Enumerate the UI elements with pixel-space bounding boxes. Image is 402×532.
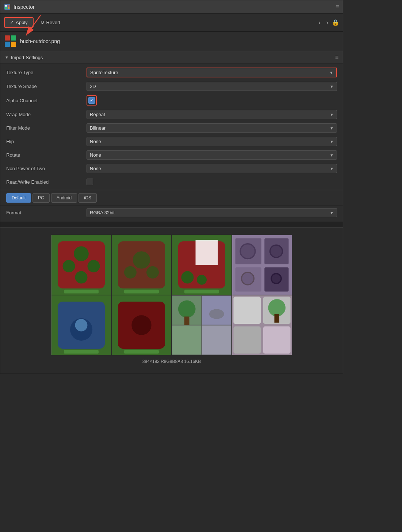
svg-rect-48 [202, 325, 232, 355]
flip-value: None [90, 139, 101, 144]
svg-point-57 [268, 299, 286, 317]
non-power-of-two-arrow-icon: ▼ [330, 167, 334, 171]
sprite-cell-4 [232, 235, 292, 295]
svg-rect-39 [64, 350, 99, 353]
filter-mode-dropdown[interactable]: Bilinear ▼ [87, 123, 337, 133]
sprite-preview-grid [51, 235, 292, 355]
svg-point-34 [271, 273, 281, 283]
file-name: buch-outdoor.png [20, 38, 60, 44]
tab-pc[interactable]: PC [32, 193, 50, 203]
texture-shape-dropdown[interactable]: 2D ▼ [87, 82, 337, 91]
non-power-of-two-label: Non Power of Two [6, 166, 87, 171]
wrap-mode-label: Wrap Mode [6, 112, 87, 117]
section-collapse-arrow[interactable]: ▼ [5, 55, 9, 60]
svg-point-38 [75, 319, 88, 332]
rotate-dropdown[interactable]: None ▼ [87, 150, 337, 160]
lock-icon[interactable]: 🔒 [332, 19, 339, 26]
texture-type-row: Texture Type SpriteTexture ▼ [0, 65, 343, 80]
rotate-control[interactable]: None ▼ [87, 150, 337, 160]
nav-forward-button[interactable]: › [324, 19, 330, 27]
non-power-of-two-dropdown[interactable]: None ▼ [87, 164, 337, 173]
rotate-arrow-icon: ▼ [330, 153, 334, 157]
section-menu-icon[interactable]: ≡ [335, 54, 338, 61]
svg-point-32 [270, 245, 283, 257]
svg-rect-13 [64, 290, 99, 293]
sprite-cell-5 [51, 295, 111, 355]
texture-shape-arrow-icon: ▼ [330, 84, 334, 89]
svg-point-11 [87, 260, 100, 272]
revert-button[interactable]: ↺ Revert [37, 18, 64, 27]
format-row: Format RGBA 32bit ▼ [0, 206, 343, 222]
flip-control[interactable]: None ▼ [87, 137, 337, 146]
flip-dropdown[interactable]: None ▼ [87, 137, 337, 146]
preview-section: 384×192 R8G8B8A8 16.16KB [0, 227, 343, 374]
svg-rect-3 [5, 7, 7, 9]
svg-rect-50 [184, 317, 189, 325]
svg-rect-4 [8, 7, 9, 9]
sprite-cell-2 [112, 235, 171, 295]
texture-type-control[interactable]: SpriteTexture ▼ [87, 68, 337, 77]
texture-type-arrow-icon: ▼ [329, 70, 333, 75]
svg-point-51 [209, 309, 224, 319]
revert-label: Revert [46, 20, 60, 25]
sprite-cell-7 [172, 295, 231, 355]
rotate-value: None [90, 152, 101, 158]
panel-title: Inspector [14, 4, 35, 10]
toolbar: ✓ Apply ↺ Revert ‹ › 🔒 [0, 14, 343, 32]
svg-point-24 [197, 275, 207, 285]
sprite-cell-1 [51, 235, 111, 295]
read-write-label: Read/Write Enabled [6, 179, 87, 185]
tab-ios[interactable]: iOS [79, 193, 97, 203]
non-power-of-two-control[interactable]: None ▼ [87, 164, 337, 173]
settings-container: Texture Type SpriteTexture ▼ Texture Sha… [0, 64, 343, 190]
section-title-row: ▼ Import Settings [5, 55, 43, 60]
section-title: Import Settings [11, 55, 43, 60]
svg-point-18 [146, 266, 159, 279]
alpha-channel-checkbox-wrapper: ✓ [87, 95, 337, 106]
svg-point-10 [63, 260, 75, 272]
svg-rect-19 [124, 290, 159, 293]
format-control[interactable]: RGBA 32bit ▼ [87, 208, 337, 217]
texture-shape-control[interactable]: 2D ▼ [87, 82, 337, 91]
texture-type-value: SpriteTexture [90, 70, 118, 75]
svg-rect-25 [184, 290, 219, 293]
alpha-channel-highlight: ✓ [87, 95, 97, 106]
format-label: Format [6, 210, 87, 215]
svg-point-12 [75, 271, 88, 283]
file-header: buch-outdoor.png [0, 32, 343, 51]
svg-rect-2 [8, 5, 9, 7]
file-thumbnail-icon [5, 35, 16, 47]
texture-type-dropdown[interactable]: SpriteTexture ▼ [87, 68, 337, 77]
sprite-cell-8 [232, 295, 292, 355]
svg-rect-43 [124, 350, 159, 353]
read-write-row: Read/Write Enabled [0, 175, 343, 188]
format-dropdown[interactable]: RGBA 32bit ▼ [87, 208, 337, 217]
revert-icon: ↺ [41, 20, 45, 25]
tab-default[interactable]: Default [6, 193, 31, 203]
texture-shape-row: Texture Shape 2D ▼ [0, 80, 343, 93]
alpha-channel-control: ✓ [87, 95, 337, 106]
read-write-checkbox[interactable] [87, 179, 93, 185]
texture-shape-value: 2D [90, 84, 96, 89]
rotate-row: Rotate None ▼ [0, 148, 343, 162]
svg-point-9 [74, 246, 89, 261]
apply-label: Apply [16, 20, 28, 25]
svg-rect-22 [196, 240, 218, 265]
wrap-mode-dropdown[interactable]: Repeat ▼ [87, 110, 337, 119]
svg-rect-53 [233, 296, 261, 324]
checkmark-icon: ✓ [90, 98, 93, 103]
flip-row: Flip None ▼ [0, 135, 343, 148]
svg-point-17 [124, 266, 137, 279]
svg-point-31 [240, 244, 255, 259]
wrap-mode-control[interactable]: Repeat ▼ [87, 110, 337, 119]
svg-point-23 [181, 271, 194, 283]
nav-buttons: ‹ › 🔒 [316, 19, 339, 27]
inspector-icon [4, 4, 11, 10]
filter-mode-control[interactable]: Bilinear ▼ [87, 123, 337, 133]
alpha-channel-checkbox[interactable]: ✓ [88, 97, 95, 104]
apply-button[interactable]: ✓ Apply [4, 17, 34, 28]
tab-android[interactable]: Android [51, 193, 77, 203]
svg-point-42 [131, 315, 151, 335]
nav-back-button[interactable]: ‹ [316, 19, 322, 27]
title-menu-icon[interactable]: ≡ [336, 4, 339, 10]
